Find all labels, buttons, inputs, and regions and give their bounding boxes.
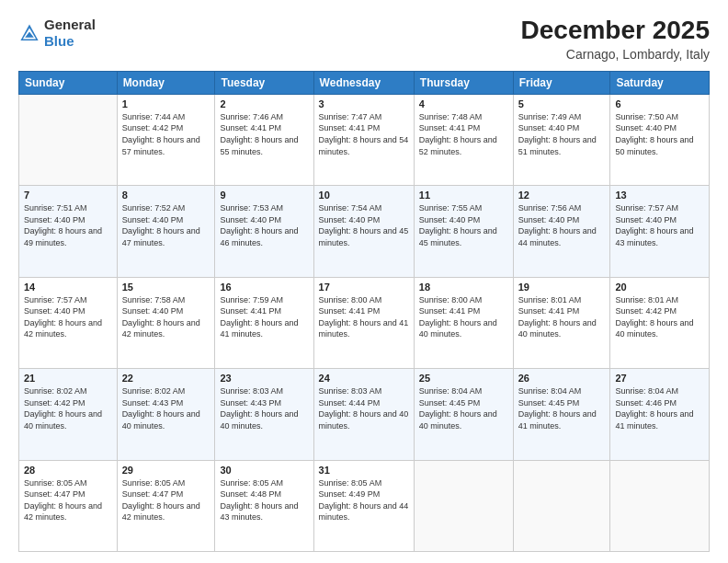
week-row-2: 7Sunrise: 7:51 AMSunset: 4:40 PMDaylight… <box>19 186 710 277</box>
day-info: Sunrise: 7:57 AMSunset: 4:40 PMDaylight:… <box>615 202 704 248</box>
day-info: Sunrise: 8:02 AMSunset: 4:42 PMDaylight:… <box>24 385 112 431</box>
day-info: Sunrise: 7:49 AMSunset: 4:40 PMDaylight:… <box>518 111 606 157</box>
day-cell: 1Sunrise: 7:44 AMSunset: 4:42 PMDaylight… <box>117 94 215 185</box>
day-cell <box>513 460 610 551</box>
day-info: Sunrise: 7:46 AMSunset: 4:41 PMDaylight:… <box>220 111 308 157</box>
day-info: Sunrise: 8:01 AMSunset: 4:41 PMDaylight:… <box>518 294 606 340</box>
weekday-friday: Friday <box>513 71 610 94</box>
logo-general: General <box>44 17 96 32</box>
weekday-sunday: Sunday <box>19 71 118 94</box>
day-cell: 16Sunrise: 7:59 AMSunset: 4:41 PMDayligh… <box>215 277 313 368</box>
day-number: 28 <box>24 465 112 476</box>
day-cell: 24Sunrise: 8:03 AMSunset: 4:44 PMDayligh… <box>313 369 414 460</box>
day-number: 2 <box>220 98 308 109</box>
logo-icon <box>18 22 40 44</box>
day-number: 11 <box>419 190 508 201</box>
day-info: Sunrise: 7:58 AMSunset: 4:40 PMDaylight:… <box>122 294 210 340</box>
day-info: Sunrise: 8:04 AMSunset: 4:45 PMDaylight:… <box>518 385 606 431</box>
day-number: 30 <box>220 465 308 476</box>
day-info: Sunrise: 8:03 AMSunset: 4:43 PMDaylight:… <box>220 385 308 431</box>
day-number: 14 <box>24 282 112 293</box>
day-number: 3 <box>319 98 409 109</box>
logo-blue: Blue <box>44 33 74 49</box>
location-title: Carnago, Lombardy, Italy <box>521 47 710 62</box>
day-cell: 4Sunrise: 7:48 AMSunset: 4:41 PMDaylight… <box>414 94 513 185</box>
day-info: Sunrise: 8:05 AMSunset: 4:49 PMDaylight:… <box>319 477 409 523</box>
weekday-saturday: Saturday <box>610 71 710 94</box>
weekday-tuesday: Tuesday <box>215 71 313 94</box>
day-info: Sunrise: 7:54 AMSunset: 4:40 PMDaylight:… <box>319 202 409 248</box>
day-number: 10 <box>319 190 409 201</box>
day-cell: 26Sunrise: 8:04 AMSunset: 4:45 PMDayligh… <box>513 369 610 460</box>
day-number: 4 <box>419 98 508 109</box>
day-number: 15 <box>122 282 210 293</box>
day-cell <box>414 460 513 551</box>
day-info: Sunrise: 7:47 AMSunset: 4:41 PMDaylight:… <box>319 111 409 157</box>
day-number: 24 <box>319 373 409 384</box>
day-cell: 14Sunrise: 7:57 AMSunset: 4:40 PMDayligh… <box>19 277 118 368</box>
day-info: Sunrise: 8:00 AMSunset: 4:41 PMDaylight:… <box>319 294 409 340</box>
header: General Blue December 2025 Carnago, Lomb… <box>18 17 710 62</box>
day-cell: 23Sunrise: 8:03 AMSunset: 4:43 PMDayligh… <box>215 369 313 460</box>
day-number: 26 <box>518 373 606 384</box>
day-info: Sunrise: 8:03 AMSunset: 4:44 PMDaylight:… <box>319 385 409 431</box>
day-cell: 18Sunrise: 8:00 AMSunset: 4:41 PMDayligh… <box>414 277 513 368</box>
day-number: 23 <box>220 373 308 384</box>
day-number: 25 <box>419 373 508 384</box>
calendar-page: General Blue December 2025 Carnago, Lomb… <box>0 0 728 563</box>
calendar-table: SundayMondayTuesdayWednesdayThursdayFrid… <box>18 71 710 552</box>
title-block: December 2025 Carnago, Lombardy, Italy <box>521 17 710 62</box>
day-info: Sunrise: 7:44 AMSunset: 4:42 PMDaylight:… <box>122 111 210 157</box>
day-number: 27 <box>615 373 704 384</box>
weekday-header-row: SundayMondayTuesdayWednesdayThursdayFrid… <box>19 71 710 94</box>
day-number: 7 <box>24 190 112 201</box>
day-number: 8 <box>122 190 210 201</box>
day-cell <box>19 94 118 185</box>
weekday-thursday: Thursday <box>414 71 513 94</box>
day-cell: 8Sunrise: 7:52 AMSunset: 4:40 PMDaylight… <box>117 186 215 277</box>
day-cell: 29Sunrise: 8:05 AMSunset: 4:47 PMDayligh… <box>117 460 215 551</box>
day-info: Sunrise: 7:56 AMSunset: 4:40 PMDaylight:… <box>518 202 606 248</box>
day-cell: 17Sunrise: 8:00 AMSunset: 4:41 PMDayligh… <box>313 277 414 368</box>
day-cell: 5Sunrise: 7:49 AMSunset: 4:40 PMDaylight… <box>513 94 610 185</box>
day-info: Sunrise: 7:52 AMSunset: 4:40 PMDaylight:… <box>122 202 210 248</box>
day-number: 21 <box>24 373 112 384</box>
day-cell: 12Sunrise: 7:56 AMSunset: 4:40 PMDayligh… <box>513 186 610 277</box>
day-cell: 25Sunrise: 8:04 AMSunset: 4:45 PMDayligh… <box>414 369 513 460</box>
day-number: 6 <box>615 98 704 109</box>
day-info: Sunrise: 7:50 AMSunset: 4:40 PMDaylight:… <box>615 111 704 157</box>
day-cell: 7Sunrise: 7:51 AMSunset: 4:40 PMDaylight… <box>19 186 118 277</box>
day-cell: 15Sunrise: 7:58 AMSunset: 4:40 PMDayligh… <box>117 277 215 368</box>
day-info: Sunrise: 8:05 AMSunset: 4:48 PMDaylight:… <box>220 477 308 523</box>
day-info: Sunrise: 7:59 AMSunset: 4:41 PMDaylight:… <box>220 294 308 340</box>
day-cell <box>610 460 710 551</box>
day-number: 1 <box>122 98 210 109</box>
day-number: 22 <box>122 373 210 384</box>
day-cell: 28Sunrise: 8:05 AMSunset: 4:47 PMDayligh… <box>19 460 118 551</box>
weekday-wednesday: Wednesday <box>313 71 414 94</box>
logo-text: General Blue <box>44 17 96 50</box>
day-cell: 22Sunrise: 8:02 AMSunset: 4:43 PMDayligh… <box>117 369 215 460</box>
day-number: 12 <box>518 190 606 201</box>
day-cell: 13Sunrise: 7:57 AMSunset: 4:40 PMDayligh… <box>610 186 710 277</box>
week-row-3: 14Sunrise: 7:57 AMSunset: 4:40 PMDayligh… <box>19 277 710 368</box>
day-number: 20 <box>615 282 704 293</box>
day-cell: 27Sunrise: 8:04 AMSunset: 4:46 PMDayligh… <box>610 369 710 460</box>
day-cell: 9Sunrise: 7:53 AMSunset: 4:40 PMDaylight… <box>215 186 313 277</box>
logo: General Blue <box>18 17 96 50</box>
day-info: Sunrise: 7:51 AMSunset: 4:40 PMDaylight:… <box>24 202 112 248</box>
weekday-monday: Monday <box>117 71 215 94</box>
day-number: 18 <box>419 282 508 293</box>
day-cell: 3Sunrise: 7:47 AMSunset: 4:41 PMDaylight… <box>313 94 414 185</box>
day-info: Sunrise: 8:01 AMSunset: 4:42 PMDaylight:… <box>615 294 704 340</box>
day-number: 13 <box>615 190 704 201</box>
day-cell: 6Sunrise: 7:50 AMSunset: 4:40 PMDaylight… <box>610 94 710 185</box>
day-number: 16 <box>220 282 308 293</box>
day-number: 5 <box>518 98 606 109</box>
day-info: Sunrise: 7:48 AMSunset: 4:41 PMDaylight:… <box>419 111 508 157</box>
day-cell: 11Sunrise: 7:55 AMSunset: 4:40 PMDayligh… <box>414 186 513 277</box>
day-cell: 2Sunrise: 7:46 AMSunset: 4:41 PMDaylight… <box>215 94 313 185</box>
day-cell: 31Sunrise: 8:05 AMSunset: 4:49 PMDayligh… <box>313 460 414 551</box>
day-number: 19 <box>518 282 606 293</box>
day-info: Sunrise: 7:53 AMSunset: 4:40 PMDaylight:… <box>220 202 308 248</box>
